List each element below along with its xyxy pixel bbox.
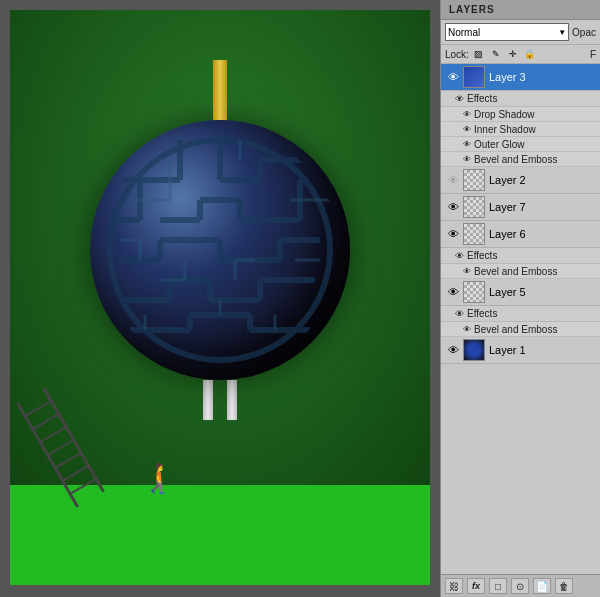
add-fx-button[interactable]: fx (467, 578, 485, 594)
eye-icon-layer1[interactable]: 👁 (445, 342, 461, 358)
layer-thumb-layer6 (463, 223, 485, 245)
layer-item-layer6[interactable]: 👁 Layer 6 (441, 221, 600, 248)
layer-thumb-layer2 (463, 169, 485, 191)
effect-eye-icon-6[interactable]: 👁 (455, 251, 464, 261)
bolt-bottom-right (227, 380, 237, 420)
globe (90, 120, 350, 380)
add-mask-button[interactable]: □ (489, 578, 507, 594)
effect-name-bevel-emboss-layer3: Bevel and Emboss (474, 154, 557, 165)
svg-line-51 (25, 401, 51, 416)
layer-thumb-layer1 (463, 339, 485, 361)
effect-name-bevel-emboss-layer5: Bevel and Emboss (474, 324, 557, 335)
link-layers-button[interactable]: ⛓ (445, 578, 463, 594)
effects-text: Effects (467, 93, 497, 104)
effect-eye-bevel6[interactable]: 👁 (463, 267, 471, 276)
effect-eye-outer[interactable]: 👁 (463, 140, 471, 149)
fill-label: F (590, 49, 596, 60)
layer-thumb-layer7 (463, 196, 485, 218)
effect-eye-bevel3[interactable]: 👁 (463, 155, 471, 164)
effect-bevel-emboss-layer6: 👁 Bevel and Emboss (441, 264, 600, 279)
lock-row: Lock: ▨ ✎ ✛ 🔒 F (441, 45, 600, 64)
layer-list: 👁 Layer 3 👁 Effects 👁 Drop Shadow 👁 Inne… (441, 64, 600, 574)
layer-name-layer6: Layer 6 (489, 228, 596, 240)
figure: 🚶 (140, 462, 175, 495)
svg-line-56 (63, 466, 89, 481)
blend-mode-value: Normal (448, 27, 480, 38)
effects-label-layer6: 👁 Effects (441, 248, 600, 264)
effect-eye-drop[interactable]: 👁 (463, 110, 471, 119)
lock-position-icon[interactable]: ✛ (506, 47, 520, 61)
layer-thumb-layer5 (463, 281, 485, 303)
canvas-area: 🚶 (0, 0, 440, 597)
layers-panel: LAYERS Normal ▼ Opac Lock: ▨ ✎ ✛ 🔒 F 👁 L… (440, 0, 600, 597)
layer-name-layer5: Layer 5 (489, 286, 596, 298)
effect-eye-bevel5[interactable]: 👁 (463, 325, 471, 334)
layer-item-layer2[interactable]: 👁 Layer 2 (441, 167, 600, 194)
effect-eye-inner[interactable]: 👁 (463, 125, 471, 134)
maze-overlay (100, 130, 340, 370)
eye-icon-layer6[interactable]: 👁 (445, 226, 461, 242)
layer-name-layer3: Layer 3 (489, 71, 596, 83)
bolts-bottom (203, 380, 237, 420)
layer-item-layer7[interactable]: 👁 Layer 7 (441, 194, 600, 221)
layer-item-layer3[interactable]: 👁 Layer 3 (441, 64, 600, 91)
svg-line-55 (55, 453, 81, 468)
effect-name-bevel-emboss-layer6: Bevel and Emboss (474, 266, 557, 277)
svg-line-54 (48, 440, 74, 455)
panel-title: LAYERS (441, 0, 600, 20)
effects-label-layer5: 👁 Effects (441, 306, 600, 322)
canvas-image: 🚶 (10, 10, 430, 585)
maze-svg (100, 130, 340, 370)
effect-eye-icon-5[interactable]: 👁 (455, 309, 464, 319)
effects-label-layer3: 👁 Effects (441, 91, 600, 107)
svg-line-53 (40, 427, 66, 442)
bolt-bottom-left (203, 380, 213, 420)
effect-name-inner-shadow: Inner Shadow (474, 124, 536, 135)
blend-mode-select[interactable]: Normal ▼ (445, 23, 569, 41)
eye-icon-layer3[interactable]: 👁 (445, 69, 461, 85)
eye-icon-layer2[interactable]: 👁 (445, 172, 461, 188)
bottom-toolbar: ⛓ fx □ ⊙ 📄 🗑 (441, 574, 600, 597)
svg-line-52 (33, 414, 59, 429)
layer-thumb-layer3 (463, 66, 485, 88)
blend-mode-row: Normal ▼ Opac (441, 20, 600, 45)
lock-transparent-icon[interactable]: ▨ (472, 47, 486, 61)
layer-name-layer2: Layer 2 (489, 174, 596, 186)
effect-inner-shadow: 👁 Inner Shadow (441, 122, 600, 137)
effect-eye-icon[interactable]: 👁 (455, 94, 464, 104)
delete-layer-button[interactable]: 🗑 (555, 578, 573, 594)
effect-name-drop-shadow: Drop Shadow (474, 109, 535, 120)
new-layer-button[interactable]: 📄 (533, 578, 551, 594)
effects-text-5: Effects (467, 308, 497, 319)
effects-text-6: Effects (467, 250, 497, 261)
layer-name-layer1: Layer 1 (489, 344, 596, 356)
layer-item-layer5[interactable]: 👁 Layer 5 (441, 279, 600, 306)
artwork: 🚶 (10, 10, 430, 585)
effect-outer-glow: 👁 Outer Glow (441, 137, 600, 152)
effect-name-outer-glow: Outer Glow (474, 139, 525, 150)
layer-name-layer7: Layer 7 (489, 201, 596, 213)
globe-container (90, 60, 350, 420)
effect-bevel-emboss-layer5: 👁 Bevel and Emboss (441, 322, 600, 337)
eye-icon-layer7[interactable]: 👁 (445, 199, 461, 215)
lock-label: Lock: (445, 49, 469, 60)
lock-image-icon[interactable]: ✎ (489, 47, 503, 61)
effect-drop-shadow: 👁 Drop Shadow (441, 107, 600, 122)
effect-bevel-emboss-layer3: 👁 Bevel and Emboss (441, 152, 600, 167)
eye-icon-layer5[interactable]: 👁 (445, 284, 461, 300)
bolt-top (213, 60, 227, 120)
blend-mode-arrow: ▼ (558, 28, 566, 37)
lock-all-icon[interactable]: 🔒 (523, 47, 537, 61)
new-group-button[interactable]: ⊙ (511, 578, 529, 594)
opacity-label: Opac (572, 27, 596, 38)
layer-item-layer1[interactable]: 👁 Layer 1 (441, 337, 600, 364)
svg-line-57 (70, 479, 96, 494)
